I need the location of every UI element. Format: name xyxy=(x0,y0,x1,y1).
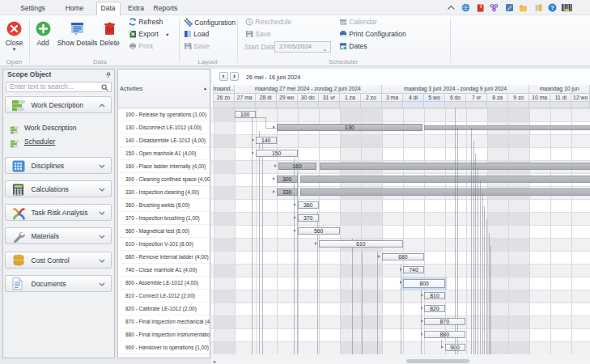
svg-text:?: ? xyxy=(550,4,554,11)
